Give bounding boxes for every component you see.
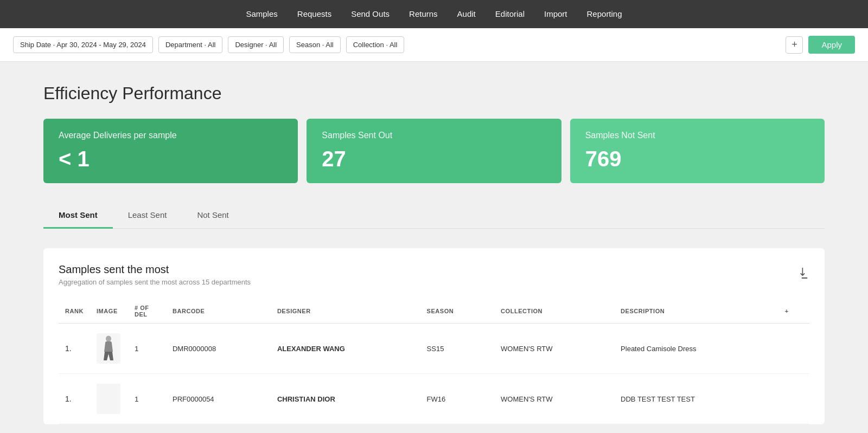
col-rank: RANK [59, 299, 90, 324]
stat-card-not-sent: Samples Not Sent 769 [570, 119, 825, 183]
stat-cards: Average Deliveries per sample < 1 Sample… [43, 119, 825, 183]
nav-reporting[interactable]: Reporting [577, 0, 632, 28]
stat-card-sent-out: Samples Sent Out 27 [307, 119, 561, 183]
col-season: SEASON [420, 299, 495, 324]
stat-value-not-sent: 769 [585, 147, 809, 171]
tab-least-sent[interactable]: Least Sent [113, 203, 182, 229]
stat-value-sent-out: 27 [322, 147, 546, 171]
table-row: 1. 1DMR0000008ALEXANDER WANGSS15WOMEN'S … [59, 324, 809, 374]
table-subtitle: Aggregation of samples sent the most acr… [59, 278, 251, 286]
row-0-image [90, 324, 128, 374]
apply-button[interactable]: Apply [808, 36, 855, 54]
samples-table: RANK IMAGE # OF DEL BARCODE DESIGNER SEA… [59, 299, 809, 424]
add-filter-button[interactable]: + [786, 36, 803, 54]
row-0-collection: WOMEN'S RTW [494, 324, 614, 374]
table-section: Samples sent the most Aggregation of sam… [43, 248, 825, 424]
stat-label-not-sent: Samples Not Sent [585, 131, 809, 140]
nav-returns[interactable]: Returns [399, 0, 448, 28]
sample-thumbnail-empty [97, 384, 120, 414]
col-num-del: # OF DEL [128, 299, 166, 324]
tabs: Most Sent Least Sent Not Sent [43, 203, 825, 229]
collection-filter[interactable]: Collection · All [346, 36, 405, 53]
nav-requests[interactable]: Requests [288, 0, 341, 28]
download-icon[interactable]: ↓̲ [796, 263, 809, 281]
table-row: 1.1PRF0000054CHRISTIAN DIORFW16WOMEN'S R… [59, 374, 809, 424]
col-add-column[interactable]: + [778, 299, 809, 324]
nav-send-outs[interactable]: Send Outs [341, 0, 399, 28]
nav-audit[interactable]: Audit [448, 0, 486, 28]
nav-editorial[interactable]: Editorial [486, 0, 534, 28]
row-0-rank: 1. [59, 324, 90, 374]
top-navigation: Samples Requests Send Outs Returns Audit… [0, 0, 868, 28]
tab-most-sent[interactable]: Most Sent [43, 203, 113, 229]
stat-card-avg-deliveries: Average Deliveries per sample < 1 [43, 119, 298, 183]
row-0-extra [778, 324, 809, 374]
col-image: IMAGE [90, 299, 128, 324]
table-title: Samples sent the most [59, 263, 251, 276]
svg-point-0 [106, 336, 111, 342]
tab-not-sent[interactable]: Not Sent [182, 203, 244, 229]
designer-filter[interactable]: Designer · All [228, 36, 284, 53]
main-content: Efficiency Performance Average Deliverie… [0, 62, 868, 433]
ship-date-filter[interactable]: Ship Date · Apr 30, 2024 - May 29, 2024 [13, 36, 153, 53]
row-0-description: Pleated Camisole Dress [614, 324, 778, 374]
row-1-description: DDB TEST TEST TEST [614, 374, 778, 424]
stat-label-sent-out: Samples Sent Out [322, 131, 546, 140]
row-0-designer: ALEXANDER WANG [271, 324, 420, 374]
row-1-barcode: PRF0000054 [166, 374, 271, 424]
row-0-barcode: DMR0000008 [166, 324, 271, 374]
department-filter[interactable]: Department · All [158, 36, 223, 53]
col-collection: COLLECTION [494, 299, 614, 324]
row-1-designer: CHRISTIAN DIOR [271, 374, 420, 424]
row-1-num-del: 1 [128, 374, 166, 424]
col-description: DESCRIPTION [614, 299, 778, 324]
row-1-rank: 1. [59, 374, 90, 424]
col-barcode: BARCODE [166, 299, 271, 324]
nav-samples[interactable]: Samples [236, 0, 287, 28]
page-title: Efficiency Performance [43, 83, 825, 104]
table-header-row: RANK IMAGE # OF DEL BARCODE DESIGNER SEA… [59, 299, 809, 324]
nav-import[interactable]: Import [534, 0, 577, 28]
col-designer: DESIGNER [271, 299, 420, 324]
row-1-season: FW16 [420, 374, 495, 424]
season-filter[interactable]: Season · All [289, 36, 341, 53]
row-1-extra [778, 374, 809, 424]
row-1-image [90, 374, 128, 424]
filter-bar: Ship Date · Apr 30, 2024 - May 29, 2024 … [0, 28, 868, 62]
row-1-collection: WOMEN'S RTW [494, 374, 614, 424]
row-0-num-del: 1 [128, 324, 166, 374]
stat-label-avg: Average Deliveries per sample [59, 131, 283, 140]
row-0-season: SS15 [420, 324, 495, 374]
sample-thumbnail [97, 333, 120, 364]
stat-value-avg: < 1 [59, 147, 283, 171]
